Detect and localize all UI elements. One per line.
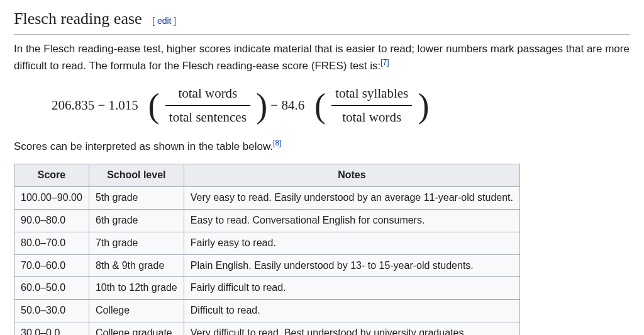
- cell-level: 6th grade: [89, 210, 184, 232]
- cell-level: College graduate: [89, 322, 184, 336]
- minus-1: −: [98, 98, 109, 113]
- fres-formula: 206.835 − 1.015 ( total words total sent…: [52, 83, 630, 127]
- cell-notes: Very easy to read. Easily understood by …: [184, 187, 519, 210]
- reference-7: [7]: [380, 58, 389, 67]
- table-row: 100.00–90.00 5th grade Very easy to read…: [14, 187, 520, 210]
- table-row: 60.0–50.0 10th to 12th grade Fairly diff…: [14, 277, 520, 300]
- cell-score: 30.0–0.0: [14, 322, 89, 336]
- frac2-denominator: total words: [331, 106, 412, 128]
- cell-level: 7th grade: [89, 232, 184, 254]
- col-score: Score: [14, 164, 89, 187]
- formula-const-1: 206.835: [52, 98, 94, 113]
- reference-link[interactable]: [7]: [380, 58, 389, 67]
- cell-notes: Fairly easy to read.: [184, 232, 519, 254]
- cell-notes: Plain English. Easily understood by 13- …: [184, 254, 519, 277]
- cell-level: 10th to 12th grade: [89, 277, 184, 300]
- edit-link[interactable]: edit: [157, 16, 172, 26]
- intro-paragraph: In the Flesch reading-ease test, higher …: [14, 41, 630, 74]
- reference-link[interactable]: [8]: [273, 139, 281, 147]
- table-row: 90.0–80.0 6th grade Easy to read. Conver…: [14, 210, 520, 232]
- table-header-row: Score School level Notes: [14, 164, 520, 187]
- cell-notes: Fairly difficult to read.: [184, 277, 519, 300]
- frac2-numerator: total syllables: [331, 83, 412, 106]
- table-row: 70.0–60.0 8th & 9th grade Plain English.…: [14, 254, 520, 277]
- cell-score: 100.00–90.00: [14, 187, 89, 210]
- cell-notes: Easy to read. Conversational English for…: [184, 210, 519, 232]
- intro-text: In the Flesch reading-ease test, higher …: [14, 43, 630, 71]
- cell-score: 80.0–70.0: [14, 232, 89, 254]
- cell-score: 70.0–60.0: [14, 254, 89, 277]
- formula-const-2: 1.015: [109, 98, 138, 113]
- fraction-2: total syllables total words: [331, 83, 412, 127]
- cell-level: 8th & 9th grade: [89, 254, 184, 277]
- formula-const-3: 84.6: [281, 98, 304, 113]
- score-table: Score School level Notes 100.00–90.00 5t…: [14, 164, 520, 335]
- cell-notes: Difficult to read.: [184, 300, 519, 322]
- table-row: 30.0–0.0 College graduate Very difficult…: [14, 322, 520, 336]
- cell-level: College: [89, 300, 184, 322]
- cell-score: 90.0–80.0: [14, 210, 89, 232]
- editsection-open: [: [152, 16, 157, 26]
- table-row: 50.0–30.0 College Difficult to read.: [14, 300, 520, 322]
- interpret-text: Scores can be interpreted as shown in th…: [14, 140, 273, 152]
- cell-level: 5th grade: [89, 187, 184, 210]
- frac1-denominator: total sentences: [165, 106, 250, 128]
- minus-2: −: [270, 98, 281, 113]
- cell-score: 60.0–50.0: [14, 277, 89, 300]
- col-notes: Notes: [184, 164, 519, 187]
- cell-notes: Very difficult to read. Best understood …: [184, 322, 519, 336]
- interpret-paragraph: Scores can be interpreted as shown in th…: [14, 139, 630, 155]
- col-level: School level: [89, 164, 184, 187]
- cell-score: 50.0–30.0: [14, 300, 89, 322]
- editsection: [ edit ]: [152, 16, 176, 26]
- section-title: Flesch reading ease: [14, 9, 142, 28]
- fraction-1: total words total sentences: [165, 83, 250, 127]
- editsection-close: ]: [171, 16, 176, 26]
- reference-8: [8]: [273, 139, 281, 147]
- frac1-numerator: total words: [165, 83, 250, 106]
- table-row: 80.0–70.0 7th grade Fairly easy to read.: [14, 232, 520, 254]
- section-heading: Flesch reading ease [ edit ]: [14, 6, 630, 35]
